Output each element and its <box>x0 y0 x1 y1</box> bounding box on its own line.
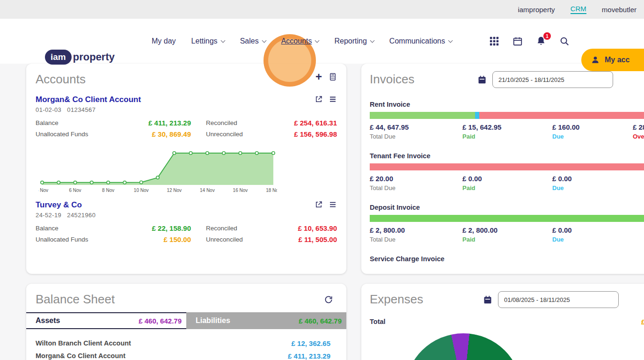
topbar-link-crm[interactable]: CRM <box>571 5 586 14</box>
account-numbers: 24-52-19 24521960 <box>36 212 95 219</box>
assets-value: £ 460, 642.79 <box>139 317 182 325</box>
stat-label: Paid <box>462 236 552 243</box>
nav-item-communications[interactable]: Communications <box>389 37 452 45</box>
iamproperty-logo[interactable]: iam property <box>45 50 115 65</box>
invoice-progress-bar <box>370 215 644 222</box>
expenses-date-range-input[interactable] <box>498 291 619 308</box>
stat-label: Due <box>552 184 633 191</box>
nav-item-accounts[interactable]: Accounts <box>281 37 319 45</box>
row-value: £ 411, 213.29 <box>288 352 330 360</box>
main-navbar: iam property My day Lettings Sales Accou… <box>0 19 644 64</box>
top-bar: iamproperty CRM movebutler <box>0 0 644 19</box>
assets-label: Assets <box>36 316 60 325</box>
calculator-icon[interactable] <box>329 73 337 81</box>
reconciled-label: Reconciled <box>191 225 246 232</box>
nav-item-label: Accounts <box>281 37 312 45</box>
nav-menu: My day Lettings Sales Accounts Reporting… <box>152 19 452 64</box>
nav-item-label: Sales <box>240 37 259 45</box>
stat-value: £ 44, 647.95 <box>370 123 462 131</box>
svg-text:18 Nov: 18 Nov <box>266 188 277 193</box>
unreconciled-label: Unreconciled <box>191 236 246 243</box>
stat-label: Paid <box>462 133 552 140</box>
expenses-total-label: Total <box>370 318 644 325</box>
stat-value: £ 2, 800.00 <box>462 226 552 234</box>
nav-item-my-day[interactable]: My day <box>152 37 176 45</box>
notifications-bell-icon[interactable]: 1 <box>535 36 547 47</box>
invoices-date-range-input[interactable] <box>492 71 613 88</box>
date-picker-icon[interactable] <box>483 295 492 304</box>
search-icon[interactable] <box>559 36 570 47</box>
nav-item-label: Reporting <box>334 37 366 45</box>
balance-sheet-title: Balance Sheet <box>36 292 115 307</box>
account-name-link[interactable]: Turvey & Co <box>36 200 95 210</box>
my-account-button[interactable]: My acc <box>581 49 644 71</box>
liabilities-tab[interactable]: Liabilities £ 460, 642.79 <box>186 312 346 329</box>
topbar-link-movebutler[interactable]: movebutler <box>602 6 637 14</box>
reconciled-value: £ 10, 653.90 <box>246 224 337 232</box>
chevron-down-icon <box>220 38 225 43</box>
menu-icon[interactable] <box>329 95 337 103</box>
account-balance-area-chart: 4 Nov6 Nov8 Nov10 Nov12 Nov14 Nov16 Nov1… <box>38 149 277 194</box>
nav-item-reporting[interactable]: Reporting <box>334 37 373 45</box>
external-link-icon[interactable] <box>315 200 323 209</box>
stat-label: Total Due <box>370 236 462 243</box>
account-block-turvey: Turvey & Co 24-52-19 24521960 <box>36 200 337 243</box>
stat-value: £ 20.00 <box>370 175 462 183</box>
stat-label: Ove <box>633 133 644 140</box>
invoice-section-name: Tenant Fee Invoice <box>370 152 644 160</box>
invoice-section-name: Service Charge Invoice <box>370 255 644 263</box>
stat-value: £ 0.00 <box>462 175 552 183</box>
invoice-progress-bar <box>370 163 644 170</box>
unreconciled-label: Unreconciled <box>191 131 246 138</box>
balance-value: £ 411, 213.29 <box>110 119 191 127</box>
svg-text:12 Nov: 12 Nov <box>167 188 182 193</box>
sort-code: 01-02-03 <box>36 106 61 113</box>
svg-text:6 Nov: 6 Nov <box>69 188 81 193</box>
chevron-down-icon <box>262 38 266 43</box>
stat-value: £ 0.00 <box>552 175 633 183</box>
topbar-link-iamproperty[interactable]: iamproperty <box>518 6 555 14</box>
date-picker-icon[interactable] <box>477 75 487 84</box>
svg-text:10 Nov: 10 Nov <box>134 188 149 193</box>
balance-sheet-row: Morgan& Co Client Account £ 411, 213.29 <box>36 352 337 360</box>
row-value: £ 12, 362.65 <box>292 339 330 347</box>
reconciled-value: £ 254, 616.31 <box>246 119 337 127</box>
stat-label: Total Due <box>370 133 462 140</box>
refresh-icon[interactable] <box>324 295 333 304</box>
balance-sheet-header-row: Assets £ 460, 642.79 Liabilities £ 460, … <box>26 312 346 329</box>
row-name: Wilton Branch Client Account <box>36 339 131 347</box>
chevron-down-icon <box>448 38 453 43</box>
unreconciled-value: £ 156, 596.98 <box>246 130 337 138</box>
svg-text:4 Nov: 4 Nov <box>38 188 48 193</box>
nav-item-sales[interactable]: Sales <box>240 37 266 45</box>
apps-grid-icon[interactable] <box>489 36 500 47</box>
balance-label: Balance <box>36 119 110 126</box>
unallocated-value: £ 30, 869.49 <box>110 130 191 138</box>
account-name-link[interactable]: Morgan& Co Client Account <box>36 95 141 104</box>
liabilities-label: Liabilities <box>196 316 230 325</box>
unallocated-value: £ 150.00 <box>110 235 191 243</box>
unreconciled-value: £ 11, 505.00 <box>246 235 337 243</box>
nav-item-lettings[interactable]: Lettings <box>191 37 225 45</box>
balance-label: Balance <box>36 225 110 232</box>
external-link-icon[interactable] <box>315 95 323 103</box>
svg-text:16 Nov: 16 Nov <box>233 188 248 193</box>
invoice-stats-row: £ 20.00 Total Due £ 0.00 Paid £ 0.00 Due <box>370 175 644 191</box>
row-name: Morgan& Co Client Account <box>36 352 125 360</box>
sort-code: 24-52-19 <box>36 212 61 219</box>
stat-value: £ 15, 642.95 <box>462 123 552 131</box>
account-block-morgan: Morgan& Co Client Account 01-02-03 01234… <box>36 95 337 194</box>
menu-icon[interactable] <box>329 200 337 209</box>
nav-icon-group: 1 <box>489 19 570 64</box>
expenses-card: Expenses Total £ <box>361 284 644 360</box>
stat-value: £ 2, 800.00 <box>370 226 462 234</box>
nav-item-label: My day <box>152 37 176 45</box>
my-account-label: My acc <box>605 56 629 64</box>
reconciled-label: Reconciled <box>191 119 246 126</box>
add-account-icon[interactable]: + <box>315 72 322 81</box>
calendar-icon[interactable] <box>512 36 523 47</box>
unallocated-label: Unallocated Funds <box>36 236 110 243</box>
stat-value: £ 0.00 <box>552 226 633 234</box>
assets-tab[interactable]: Assets £ 460, 642.79 <box>26 312 186 329</box>
invoice-progress-bar <box>370 112 644 119</box>
